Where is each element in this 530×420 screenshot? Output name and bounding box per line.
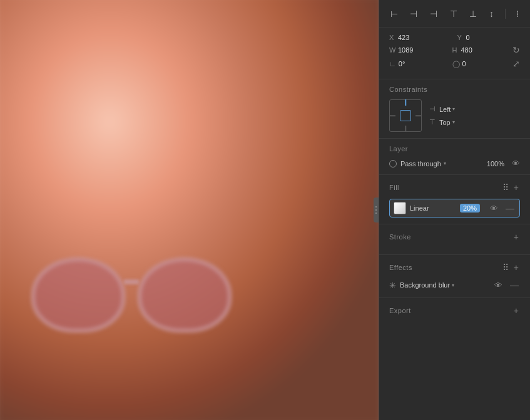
xy-row: X 423 Y 0 — [389, 34, 520, 41]
fill-opacity-value[interactable]: 20% — [460, 204, 480, 212]
horizontal-constraint-value: Left — [439, 106, 451, 113]
effects-row: ✳ Background blur ▾ 👁 — — [389, 279, 520, 291]
effect-chevron-icon: ▾ — [452, 282, 454, 288]
horizontal-constraint-row: ⊣ Left ▾ — [429, 105, 455, 113]
export-title: Export — [389, 307, 510, 314]
effects-title: Effects — [389, 264, 499, 271]
effect-visibility-icon[interactable]: 👁 — [494, 281, 502, 290]
constraint-line-right — [415, 115, 422, 116]
resize-dot-1 — [375, 206, 377, 208]
align-right-icon[interactable]: ⊣ — [427, 6, 440, 21]
fill-type-value[interactable]: Linear — [410, 204, 456, 212]
corner-value[interactable]: 0 — [462, 60, 511, 68]
h-value[interactable]: 480 — [461, 46, 511, 54]
fill-title: Fill — [389, 184, 499, 191]
export-section: Export + — [379, 298, 530, 328]
blend-mode-chevron: ▾ — [444, 161, 446, 166]
right-panel: ⊢ ⊣ ⊣ ⊤ ⊥ ↕ ⁞ X 423 Y 0 W 1089 H — [379, 0, 530, 420]
toolbar-divider — [505, 9, 506, 19]
vertical-constraint-row: ⊤ Top ▾ — [429, 118, 455, 126]
sunglasses-overlay — [19, 245, 257, 358]
fill-visibility-icon[interactable]: 👁 — [490, 204, 498, 213]
align-top-icon[interactable]: ⊤ — [447, 6, 460, 21]
constraints-content: ⊣ Left ▾ ⊤ Top ▾ — [389, 99, 520, 132]
align-left-icon[interactable]: ⊢ — [388, 6, 400, 21]
background-blur-icon: ✳ — [389, 281, 396, 290]
w-value[interactable]: 1089 — [398, 46, 447, 54]
effects-grid-icon[interactable]: ⠿ — [501, 261, 510, 274]
stroke-section: Stroke + — [379, 224, 530, 255]
y-value[interactable]: 0 — [466, 34, 521, 41]
blend-mode-icon — [389, 160, 397, 168]
w-label: W — [389, 46, 398, 54]
effect-name-value: Background blur — [400, 281, 450, 289]
constraints-title: Constraints — [389, 86, 520, 93]
x-label: X — [389, 34, 398, 41]
canvas — [0, 0, 379, 420]
effect-remove-icon[interactable]: — — [509, 279, 520, 291]
resize-dot-3 — [375, 212, 377, 214]
horizontal-constraint-select[interactable]: Left ▾ — [439, 106, 455, 113]
constraint-selects: ⊣ Left ▾ ⊤ Top ▾ — [429, 105, 455, 126]
fill-add-icon[interactable]: + — [512, 181, 520, 194]
y-group: Y 0 — [457, 34, 521, 41]
position-section: X 423 Y 0 W 1089 H 480 ↻ ∟ 0° — [379, 28, 530, 79]
angle-group: ∟ 0° — [389, 60, 447, 68]
vertical-constraint-select[interactable]: Top ▾ — [439, 119, 455, 126]
blend-mode-select[interactable]: Pass through ▾ — [400, 160, 483, 168]
align-center-v-icon[interactable]: ⊥ — [467, 6, 479, 21]
y-label: Y — [457, 34, 466, 41]
align-center-h-icon[interactable]: ⊣ — [407, 6, 420, 21]
glasses-bridge — [124, 279, 139, 284]
fill-color-swatch[interactable] — [394, 202, 406, 214]
corner-group: ◯ 0 — [452, 60, 511, 68]
constraints-section: Constraints ⊣ Left ▾ ⊤ — [379, 79, 530, 139]
layer-row: Pass through ▾ 100% 👁 — [389, 159, 520, 168]
fill-actions: 👁 — — [486, 202, 516, 214]
export-header: Export + — [389, 304, 520, 317]
stroke-add-icon[interactable]: + — [512, 231, 520, 243]
horizontal-chevron-icon: ▾ — [452, 106, 455, 112]
angle-value[interactable]: 0° — [399, 60, 447, 68]
angle-corner-row: ∟ 0° ◯ 0 ⤢ — [389, 59, 520, 69]
glasses-right — [138, 258, 232, 332]
effects-add-icon[interactable]: + — [512, 261, 520, 274]
resize-dots — [375, 206, 377, 214]
vertical-constraint-value: Top — [439, 119, 451, 126]
horizontal-constraint-icon: ⊣ — [429, 105, 437, 113]
distribute-icon[interactable]: ⁞ — [514, 6, 521, 21]
blend-mode-value: Pass through — [400, 160, 441, 168]
export-add-icon[interactable]: + — [512, 304, 520, 317]
h-group: H 480 — [452, 46, 511, 54]
opacity-value[interactable]: 100% — [487, 160, 504, 168]
layer-section: Layer Pass through ▾ 100% 👁 — [379, 139, 530, 175]
fill-remove-icon[interactable]: — — [504, 202, 516, 214]
stroke-title: Stroke — [389, 233, 510, 241]
constraint-center — [400, 110, 411, 121]
layer-visibility-icon[interactable]: 👁 — [512, 159, 520, 168]
constraint-line-top — [405, 99, 406, 106]
constraint-line-left — [389, 115, 395, 116]
glasses-left — [31, 258, 125, 332]
constraint-box — [389, 99, 422, 132]
stroke-header: Stroke + — [389, 231, 520, 243]
effect-name-row: Background blur ▾ — [400, 281, 487, 289]
w-group: W 1089 — [389, 46, 447, 54]
effects-header: Effects ⠿ + — [389, 261, 520, 274]
resize-handle[interactable] — [374, 198, 379, 222]
align-bottom-icon[interactable]: ↕ — [487, 6, 496, 21]
x-value[interactable]: 423 — [398, 34, 452, 41]
layer-title: Layer — [389, 145, 520, 152]
h-label: H — [452, 46, 461, 54]
vertical-constraint-icon: ⊤ — [429, 118, 437, 126]
vertical-chevron-icon: ▾ — [452, 119, 455, 125]
corner-radius-icon: ◯ — [452, 60, 460, 68]
alignment-toolbar: ⊢ ⊣ ⊣ ⊤ ⊥ ↕ ⁞ — [379, 0, 530, 28]
fill-grid-icon[interactable]: ⠿ — [501, 181, 510, 194]
constraint-line-bottom — [405, 126, 406, 132]
resize-aspect-icon[interactable]: ⤢ — [512, 59, 520, 69]
aspect-ratio-icon[interactable]: ↻ — [512, 45, 520, 55]
angle-icon: ∟ — [389, 60, 396, 68]
wh-row: W 1089 H 480 ↻ — [389, 45, 520, 55]
resize-dot-2 — [375, 209, 377, 211]
